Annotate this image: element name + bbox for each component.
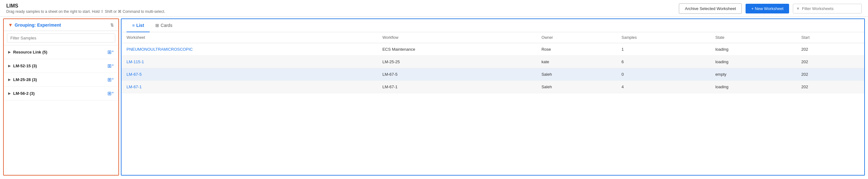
group-item-left: ▶ LM-25-28 (3) [8,77,37,82]
worksheets-table: WorksheetWorkflowOwnerSamplesStateStart … [122,32,864,93]
archive-worksheet-button[interactable]: Archive Selected Worksheet [679,3,742,14]
filter-samples-input[interactable] [7,34,115,42]
table-cell-state: loading [710,43,796,56]
table-cell-workflow: LM-25-25 [377,56,536,68]
table-row: LM-67-5LM-67-5Saleh0empty202 [122,68,864,81]
table-row: LM-115-1LM-25-25kate6loading202 [122,56,864,68]
filter-worksheets-wrapper: ▼ [793,4,862,13]
table-header-row: WorksheetWorkflowOwnerSamplesStateStart [122,32,864,43]
group-label: LM-25-28 (3) [13,77,37,82]
grid-add-icon[interactable]: ⊞⁺ [107,77,114,83]
tab-list[interactable]: ≡ List [126,19,150,32]
group-item-left: ▶ Resource Link (5) [8,50,47,55]
filter-icon: ▼ [796,6,800,11]
table-cell-worksheet[interactable]: LM-67-1 [122,81,377,93]
left-panel: ▼ Grouping: Experiment ⇅ ▶ Resource Link… [3,19,119,176]
table-cell-start: 202 [796,68,864,81]
group-list: ▶ Resource Link (5) ⊞⁺ ▶ LM-52-15 (3) ⊞⁺… [4,45,118,175]
chevron-right-icon: ▶ [8,92,11,96]
col-header-workflow: Workflow [377,32,536,43]
group-label: Resource Link (5) [13,50,47,55]
table-cell-state: empty [710,68,796,81]
grid-add-icon[interactable]: ⊞⁺ [107,49,114,55]
filter-arrow-icon: ▼ [8,22,13,28]
grouping-header: ▼ Grouping: Experiment ⇅ [4,19,118,31]
col-header-worksheet: Worksheet [122,32,377,43]
table-cell-workflow: ECS Maintenance [377,43,536,56]
table-header: WorksheetWorkflowOwnerSamplesStateStart [122,32,864,43]
col-header-start: Start [796,32,864,43]
main-layout: ▼ Grouping: Experiment ⇅ ▶ Resource Link… [0,16,868,177]
table-cell-samples: 4 [617,81,711,93]
group-label: LM-56-2 (3) [13,91,35,96]
tab-icon-cards: ⊞ [155,23,159,28]
chevron-right-icon: ▶ [8,78,11,82]
table-cell-owner: kate [536,56,617,68]
table-row: PNEUMONOULTRAMICROSCOPICECS MaintenanceR… [122,43,864,56]
chevron-right-icon: ▶ [8,64,11,68]
table-cell-start: 202 [796,43,864,56]
tab-bar: ≡ List ⊞ Cards [122,19,864,32]
table-cell-samples: 0 [617,68,711,81]
grid-add-icon[interactable]: ⊞⁺ [107,91,114,96]
app-header: LIMS Drag ready samples to a sheet on th… [0,0,868,16]
tab-label-list: List [136,23,144,28]
group-label: LM-52-15 (3) [13,64,37,68]
group-item[interactable]: ▶ LM-25-28 (3) ⊞⁺ [4,73,118,87]
group-item-left: ▶ LM-52-15 (3) [8,64,37,68]
group-item[interactable]: ▶ Resource Link (5) ⊞⁺ [4,45,118,59]
filter-worksheets-input[interactable] [793,4,862,13]
chevron-right-icon: ▶ [8,50,11,54]
table-cell-samples: 1 [617,43,711,56]
col-header-samples: Samples [617,32,711,43]
table-cell-samples: 6 [617,56,711,68]
group-item[interactable]: ▶ LM-52-15 (3) ⊞⁺ [4,59,118,73]
grouping-title: ▼ Grouping: Experiment [8,22,61,28]
app-subtitle: Drag ready samples to a sheet on the rig… [6,9,165,14]
table-cell-state: loading [710,81,796,93]
grid-add-icon[interactable]: ⊞⁺ [107,63,114,69]
table-body: PNEUMONOULTRAMICROSCOPICECS MaintenanceR… [122,43,864,93]
group-item[interactable]: ▶ LM-56-2 (3) ⊞⁺ [4,87,118,101]
sort-icon[interactable]: ⇅ [110,23,114,28]
right-panel: ≡ List ⊞ Cards WorksheetWorkflowOwnerSam… [121,19,865,176]
table-row: LM-67-1LM-67-1Saleh4loading202 [122,81,864,93]
new-worksheet-button[interactable]: + New Worksheet [746,4,789,13]
worksheets-table-wrapper: WorksheetWorkflowOwnerSamplesStateStart … [122,32,864,175]
table-cell-worksheet[interactable]: LM-115-1 [122,56,377,68]
col-header-state: State [710,32,796,43]
tab-cards[interactable]: ⊞ Cards [150,19,178,32]
app-title-section: LIMS Drag ready samples to a sheet on th… [6,3,165,14]
tab-icon-list: ≡ [132,23,135,28]
grouping-label: Grouping: Experiment [15,23,61,28]
header-actions: Archive Selected Worksheet + New Workshe… [679,3,862,14]
filter-samples-wrapper [4,31,118,45]
group-item-left: ▶ LM-56-2 (3) [8,91,35,96]
table-cell-workflow: LM-67-5 [377,68,536,81]
table-cell-start: 202 [796,81,864,93]
tab-label-cards: Cards [161,23,172,28]
app-title: LIMS [6,3,165,9]
table-cell-worksheet[interactable]: PNEUMONOULTRAMICROSCOPIC [122,43,377,56]
table-cell-state: loading [710,56,796,68]
table-cell-owner: Saleh [536,81,617,93]
table-cell-start: 202 [796,56,864,68]
table-cell-workflow: LM-67-1 [377,81,536,93]
table-cell-owner: Rose [536,43,617,56]
table-cell-owner: Saleh [536,68,617,81]
table-cell-worksheet[interactable]: LM-67-5 [122,68,377,81]
col-header-owner: Owner [536,32,617,43]
